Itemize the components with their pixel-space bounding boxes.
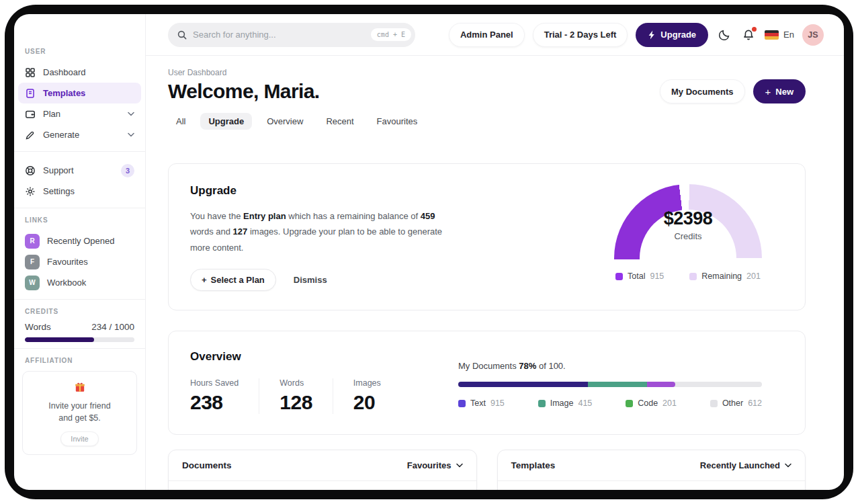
chevron-down-icon xyxy=(128,112,134,116)
support-count-badge: 3 xyxy=(121,164,134,177)
stat-images: Images 20 xyxy=(353,378,401,414)
affiliation-promo-card: Invite your friend and get $5. Invite xyxy=(22,371,137,455)
bottom-cards-row: Documents Favourites Untitled Document i… xyxy=(168,450,806,490)
tab-overview[interactable]: Overview xyxy=(259,113,311,130)
stat-words: Words 128 xyxy=(280,378,333,414)
templates-card-title: Templates xyxy=(511,460,556,470)
credits-words-row: Words 234 / 1000 xyxy=(25,322,134,332)
dismiss-button[interactable]: Dismiss xyxy=(294,275,327,285)
legend-swatch xyxy=(689,273,697,280)
tab-favourites[interactable]: Favourites xyxy=(369,113,426,130)
templates-card-header: Templates Recently Launched xyxy=(498,450,806,481)
sidebar: USER Dashboard Templates Plan Generate S… xyxy=(14,14,146,490)
stat-hours-saved: Hours Saved 238 xyxy=(190,378,259,414)
tab-recent[interactable]: Recent xyxy=(318,113,361,130)
sidebar-item-dashboard[interactable]: Dashboard xyxy=(18,62,141,83)
sidebar-link-recently-opened[interactable]: R Recently Opened xyxy=(18,230,141,251)
gear-icon xyxy=(25,186,36,197)
documents-progress-label: My Documents 78% of 100. xyxy=(458,361,762,371)
documents-card-title: Documents xyxy=(182,460,232,470)
templates-filter-dropdown[interactable]: Recently Launched xyxy=(700,460,791,470)
stats-row: Hours Saved 238 Words 128 Images 20 xyxy=(190,378,421,414)
sidebar-item-label: Plan xyxy=(43,109,60,119)
bar-segment-image xyxy=(588,382,647,387)
new-button[interactable]: +New xyxy=(753,79,806,103)
my-documents-button[interactable]: My Documents xyxy=(660,79,744,103)
sidebar-item-generate[interactable]: Generate xyxy=(18,124,141,145)
divider xyxy=(14,208,145,208)
search-input[interactable] xyxy=(193,30,366,40)
plus-icon: + xyxy=(202,275,207,285)
credits-progress-fill xyxy=(25,337,94,342)
user-avatar[interactable]: JS xyxy=(802,24,824,46)
legend-swatch xyxy=(710,400,718,407)
language-label[interactable]: En xyxy=(783,30,794,40)
legend-swatch xyxy=(458,400,466,407)
legend-item-image: Image415 xyxy=(538,398,593,408)
plus-icon: + xyxy=(765,86,771,97)
sidebar-item-support[interactable]: Support 3 xyxy=(18,160,141,181)
divider xyxy=(14,299,145,300)
wallet-icon xyxy=(25,109,36,120)
bar-segment-code xyxy=(647,382,675,387)
breadcrumb: User Dashboard xyxy=(168,68,806,77)
sidebar-item-label: Support xyxy=(43,165,74,175)
search-bar[interactable]: cmd + E xyxy=(168,23,415,47)
credits-gauge-block: $2398 Credits Total915 Remaining201 xyxy=(614,184,762,291)
pencil-icon xyxy=(25,130,36,140)
sidebar-link-workbook[interactable]: W Workbook xyxy=(18,272,141,293)
documents-card-header: Documents Favourites xyxy=(169,450,476,481)
page-title: Welcome, Maria. xyxy=(168,80,320,103)
sidebar-item-label: Settings xyxy=(43,186,75,196)
upgrade-card-title: Upgrade xyxy=(190,184,459,198)
documents-progress-block: My Documents 78% of 100. Text915 Image41… xyxy=(458,361,762,408)
promo-text: Invite your friend and get $5. xyxy=(30,400,130,424)
overview-card-title: Overview xyxy=(190,350,421,364)
documents-filter-dropdown[interactable]: Favourites xyxy=(407,460,463,470)
trial-status-button[interactable]: Trial - 2 Days Left xyxy=(533,23,628,47)
invite-button[interactable]: Invite xyxy=(60,431,98,446)
chevron-down-icon xyxy=(128,132,134,137)
credits-metric-label: Words xyxy=(25,322,51,332)
document-icon xyxy=(25,88,36,99)
sidebar-item-plan[interactable]: Plan xyxy=(18,103,141,124)
gauge-legend: Total915 Remaining201 xyxy=(615,271,761,281)
chevron-down-icon xyxy=(785,463,791,468)
main-column: cmd + E Admin Panel Trial - 2 Days Left … xyxy=(146,14,844,490)
topbar: cmd + E Admin Panel Trial - 2 Days Left … xyxy=(146,14,844,56)
overview-stats-block: Overview Hours Saved 238 Words 128 Image… xyxy=(190,350,421,414)
divider xyxy=(14,348,145,349)
sidebar-item-settings[interactable]: Settings xyxy=(18,181,141,202)
tab-upgrade[interactable]: Upgrade xyxy=(200,113,252,130)
progress-legend: Text915 Image415 Code201 Other612 xyxy=(458,398,762,408)
document-row[interactable]: Untitled Document in Workbook xyxy=(169,481,476,490)
admin-panel-button[interactable]: Admin Panel xyxy=(449,23,525,47)
select-plan-button[interactable]: +Select a Plan xyxy=(190,269,276,291)
documents-card: Documents Favourites Untitled Document i… xyxy=(168,450,477,490)
filter-tabs: All Upgrade Overview Recent Favourites xyxy=(168,113,806,130)
grid-icon xyxy=(25,67,36,78)
sidebar-section-user: USER xyxy=(25,48,145,55)
search-icon xyxy=(177,30,187,40)
sidebar-link-favourites[interactable]: F Favourites xyxy=(18,251,141,272)
sidebar-item-label: Workbook xyxy=(47,278,86,288)
sidebar-section-links: LINKS xyxy=(25,216,145,224)
overview-card: Overview Hours Saved 238 Words 128 Image… xyxy=(168,331,806,435)
sidebar-item-templates[interactable]: Templates xyxy=(18,83,141,103)
upgrade-button[interactable]: Upgrade xyxy=(636,23,708,47)
legend-item-other: Other612 xyxy=(710,398,762,408)
legend-item-text: Text915 xyxy=(458,398,505,408)
legend-swatch xyxy=(626,400,633,407)
tab-all[interactable]: All xyxy=(168,113,194,130)
app-window: USER Dashboard Templates Plan Generate S… xyxy=(14,14,844,490)
notifications-bell[interactable] xyxy=(742,29,755,41)
language-flag-germany[interactable] xyxy=(765,30,779,40)
sidebar-item-label: Dashboard xyxy=(43,67,86,77)
dark-mode-toggle[interactable] xyxy=(718,29,730,41)
upgrade-card: Upgrade You have the Entry plan which ha… xyxy=(168,163,806,310)
credits-progress-bar xyxy=(25,337,134,342)
template-row[interactable]: Blog Post Title in Workbook xyxy=(498,481,806,490)
search-shortcut-badge: cmd + E xyxy=(371,28,411,41)
legend-swatch xyxy=(615,273,623,280)
link-initial-badge: R xyxy=(25,234,40,249)
